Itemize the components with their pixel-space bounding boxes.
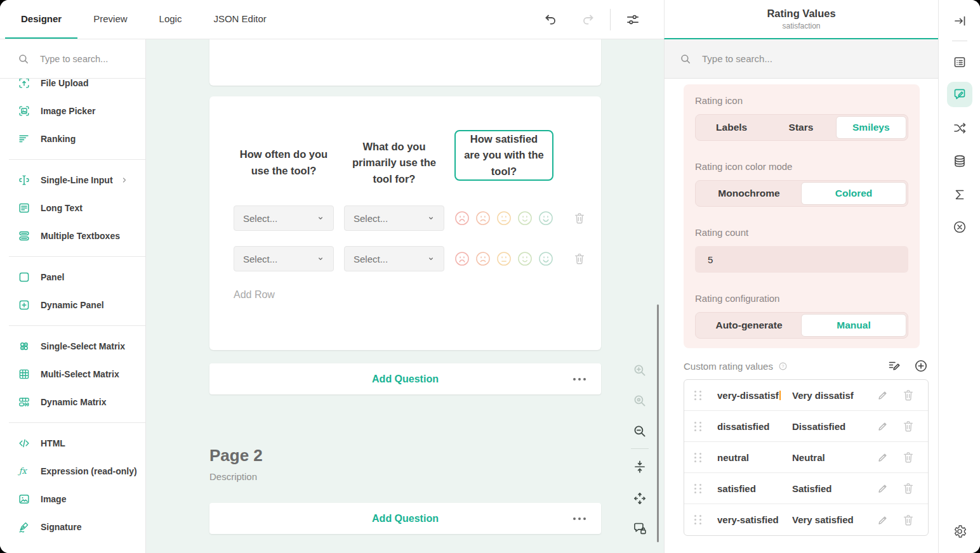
rating-value-row[interactable]: very-dissatisf Very dissatisf [684, 380, 928, 411]
delete-row-icon[interactable] [573, 211, 586, 225]
rating-icon-option-stars[interactable]: Stars [766, 116, 835, 139]
more-options-icon[interactable] [573, 378, 586, 381]
more-options-icon[interactable] [573, 517, 586, 520]
summary-icon[interactable] [952, 187, 967, 202]
rating-count-input[interactable] [695, 246, 908, 273]
matrix-row1-smiley-rating[interactable] [454, 210, 554, 226]
rating-value-cell[interactable]: very-satisfied [717, 514, 792, 525]
rating-value-cell[interactable]: satisfied [717, 483, 792, 494]
rating-icon-option-smileys[interactable]: Smileys [836, 116, 906, 139]
rating-text-cell[interactable]: Neutral [792, 452, 876, 463]
add-row-button[interactable]: Add Row [234, 289, 275, 301]
rating-config-option-manual[interactable]: Manual [801, 314, 906, 337]
undo-icon[interactable] [533, 12, 569, 27]
zoom-actual-icon[interactable] [632, 393, 648, 409]
add-value-icon[interactable] [913, 358, 929, 374]
edit-row-icon[interactable] [876, 513, 890, 527]
tab-designer[interactable]: Designer [5, 0, 77, 39]
rating-value-row[interactable]: very-satisfied Very satisfied [684, 504, 928, 535]
toolbox-item-signature[interactable]: Signature [0, 513, 145, 541]
edit-row-icon[interactable] [876, 481, 890, 495]
toolbox-item-image[interactable]: Image [0, 485, 145, 513]
toolbox-item-expression[interactable]: ƒx Expression (read-only) [0, 457, 145, 485]
toolbox-item-single-line-input[interactable]: Single-Line Input [0, 166, 145, 194]
add-question-button[interactable]: Add Question [209, 363, 601, 394]
drag-handle-icon[interactable] [693, 515, 703, 524]
settings-sliders-icon[interactable] [614, 11, 651, 28]
matrix-column-header-3-selected[interactable]: How satisfied are you with the tool? [454, 130, 553, 181]
edit-row-icon[interactable] [876, 450, 890, 464]
rating-text-cell[interactable]: Satisfied [792, 483, 876, 494]
collapse-panel-icon[interactable] [952, 13, 967, 29]
drag-handle-icon[interactable] [693, 422, 703, 431]
toolbox-item-ranking[interactable]: Ranking [0, 125, 145, 153]
question-card-partial[interactable] [209, 39, 601, 86]
matrix-row2-select-2[interactable]: Select... [344, 246, 444, 271]
property-search[interactable] [665, 39, 939, 79]
delete-row-icon[interactable] [901, 388, 915, 402]
matrix-question-card[interactable]: How often do you use the tool? What do y… [209, 96, 601, 350]
edit-row-icon[interactable] [876, 419, 890, 433]
drag-handle-icon[interactable] [693, 484, 703, 493]
delete-row-icon[interactable] [901, 513, 915, 527]
toolbox-item-dynamic-panel[interactable]: Dynamic Panel [0, 291, 145, 319]
rating-icon-option-labels[interactable]: Labels [697, 116, 766, 139]
help-icon[interactable]: ? [778, 361, 788, 372]
redo-icon[interactable] [569, 12, 606, 27]
property-search-input[interactable] [701, 53, 878, 65]
toolbox-item-multiple-textboxes[interactable]: Multiple Textboxes [0, 222, 145, 250]
rating-value-cell[interactable]: neutral [717, 452, 792, 463]
toolbox-item-html[interactable]: HTML [0, 429, 145, 457]
toolbox-item-panel[interactable]: Panel [0, 263, 145, 291]
color-mode-option-monochrome[interactable]: Monochrome [697, 182, 801, 205]
zoom-out-icon[interactable] [632, 423, 648, 439]
tab-preview[interactable]: Preview [77, 0, 143, 39]
expand-drag-icon[interactable] [632, 490, 648, 507]
rating-value-cell[interactable]: very-dissatisf [717, 390, 792, 401]
drag-handle-icon[interactable] [693, 391, 703, 400]
toolbox-item-long-text[interactable]: Long Text [0, 194, 145, 222]
toolbox-item-dynamic-matrix[interactable]: Dynamic Matrix [0, 388, 145, 416]
data-icon[interactable] [952, 153, 967, 169]
edit-row-icon[interactable] [876, 388, 890, 402]
settings-gear-icon[interactable] [952, 524, 967, 539]
toolbox-item-single-select-matrix[interactable]: Single-Select Matrix [0, 332, 145, 360]
delete-row-icon[interactable] [901, 481, 915, 495]
clear-icon[interactable] [952, 219, 967, 235]
matrix-row1-select-1[interactable]: Select... [234, 205, 334, 231]
tab-logic[interactable]: Logic [143, 0, 198, 39]
collapse-all-icon[interactable] [632, 459, 648, 475]
edit-question-icon[interactable] [947, 82, 972, 107]
matrix-column-header-1[interactable]: How often do you use the tool? [234, 134, 334, 192]
delete-row-icon[interactable] [901, 450, 915, 464]
canvas-scrollbar[interactable] [657, 304, 659, 542]
toolbox-search-input[interactable] [39, 53, 121, 65]
drag-handle-icon[interactable] [693, 453, 703, 462]
page-title[interactable]: Page 2 [209, 446, 263, 465]
tab-json-editor[interactable]: JSON Editor [197, 0, 282, 39]
matrix-column-header-2[interactable]: What do you primarily use the tool for? [344, 134, 444, 192]
add-question-button[interactable]: Add Question [209, 503, 601, 534]
rating-config-option-auto-generate[interactable]: Auto-generate [697, 314, 801, 337]
chevron-right-icon[interactable] [119, 174, 130, 186]
rating-value-row[interactable]: satisfied Satisfied [684, 473, 928, 504]
toolbox-search[interactable] [0, 39, 145, 79]
rating-text-cell[interactable]: Very dissatisf [792, 390, 876, 401]
rating-value-row[interactable]: neutral Neutral [684, 442, 928, 473]
logic-icon[interactable] [952, 120, 967, 136]
color-mode-option-colored[interactable]: Colored [801, 182, 906, 205]
rating-text-cell[interactable]: Dissatisfied [792, 421, 876, 432]
delete-row-icon[interactable] [573, 252, 586, 266]
toolbox-item-file-upload[interactable]: File Upload [0, 79, 145, 97]
page-description[interactable]: Description [209, 471, 257, 482]
rating-text-cell[interactable]: Very satisfied [792, 514, 876, 525]
lock-question-icon[interactable] [632, 521, 648, 537]
batch-edit-icon[interactable] [887, 358, 902, 374]
toolbox-item-image-picker[interactable]: Image Picker [0, 97, 145, 125]
zoom-in-icon[interactable] [632, 362, 648, 379]
rating-value-cell[interactable]: dissatisfied [717, 421, 792, 432]
matrix-row2-select-1[interactable]: Select... [234, 246, 334, 271]
toolbox-item-multi-select-matrix[interactable]: Multi-Select Matrix [0, 360, 145, 388]
form-settings-icon[interactable] [952, 55, 967, 70]
delete-row-icon[interactable] [901, 419, 915, 433]
